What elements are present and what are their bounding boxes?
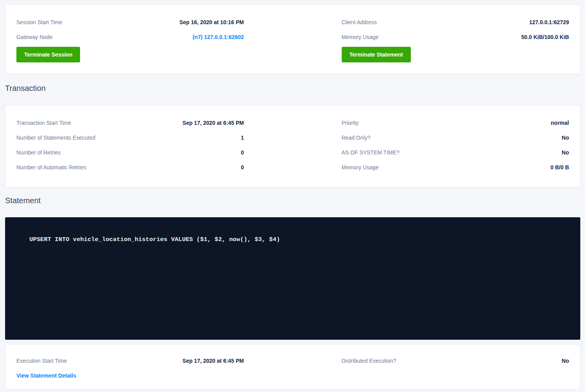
statement-section-heading: Statement — [5, 196, 580, 205]
gateway-node-label: Gateway Node — [16, 34, 53, 40]
row-statements-executed: Number of Statements Executed 1 — [16, 130, 244, 145]
row-session-start-time: Session Start Time Sep 16, 2020 at 10:16… — [16, 15, 244, 30]
session-card-left-column: Session Start Time Sep 16, 2020 at 10:16… — [16, 15, 244, 62]
row-transaction-start-time: Transaction Start Time Sep 17, 2020 at 6… — [16, 115, 244, 130]
number-of-retries-value: 0 — [241, 149, 244, 156]
number-of-retries-label: Number of Retries — [16, 149, 61, 156]
gateway-node-link[interactable]: (n7) 127.0.0.1:62602 — [193, 34, 244, 40]
as-of-system-time-value: No — [562, 149, 569, 156]
row-number-of-retries: Number of Retries 0 — [16, 145, 244, 160]
session-card-grid: Session Start Time Sep 16, 2020 at 10:16… — [5, 5, 580, 74]
execution-card-grid: Execution Start Time Sep 17, 2020 at 6:4… — [5, 345, 580, 389]
row-priority: Priority normal — [342, 115, 569, 130]
session-details-page: Session Start Time Sep 16, 2020 at 10:16… — [0, 0, 585, 392]
execution-card: Execution Start Time Sep 17, 2020 at 6:4… — [5, 344, 580, 390]
distributed-execution-label: Distributed Execution? — [342, 358, 396, 364]
transaction-section-heading: Transaction — [5, 83, 580, 93]
transaction-card-right-column: Priority normal Read Only? No AS OF SYST… — [342, 115, 569, 175]
terminate-session-button[interactable]: Terminate Session — [16, 47, 80, 62]
read-only-value: No — [562, 135, 569, 141]
statement-sql-box: UPSERT INTO vehicle_location_histories V… — [5, 217, 580, 340]
session-memory-usage-label: Memory Usage — [342, 34, 379, 40]
statement-sql-text: UPSERT INTO vehicle_location_histories V… — [29, 236, 280, 243]
session-start-time-label: Session Start Time — [16, 19, 62, 25]
transaction-memory-usage-value: 0 B/0 B — [551, 164, 569, 170]
statements-executed-label: Number of Statements Executed — [16, 135, 95, 141]
transaction-card: Transaction Start Time Sep 17, 2020 at 6… — [5, 105, 580, 187]
execution-start-time-label: Execution Start Time — [16, 358, 67, 364]
execution-start-time-value: Sep 17, 2020 at 6:45 PM — [182, 358, 244, 364]
row-read-only: Read Only? No — [342, 130, 569, 145]
transaction-memory-usage-label: Memory Usage — [342, 164, 379, 170]
row-gateway-node: Gateway Node (n7) 127.0.0.1:62602 — [16, 30, 244, 44]
session-card: Session Start Time Sep 16, 2020 at 10:16… — [5, 4, 580, 74]
row-session-memory-usage: Memory Usage 50.0 KiB/100.0 KiB — [342, 30, 569, 44]
client-address-label: Client Address — [342, 19, 377, 25]
automatic-retries-value: 0 — [241, 164, 244, 170]
transaction-card-grid: Transaction Start Time Sep 17, 2020 at 6… — [5, 105, 580, 187]
view-statement-details-link[interactable]: View Statement Details — [16, 372, 76, 379]
row-execution-start-time: Execution Start Time Sep 17, 2020 at 6:4… — [16, 353, 244, 368]
as-of-system-time-label: AS OF SYSTEM TIME? — [342, 149, 400, 156]
priority-label: Priority — [342, 120, 359, 126]
transaction-start-time-value: Sep 17, 2020 at 6:45 PM — [182, 120, 244, 126]
statements-executed-value: 1 — [241, 135, 244, 141]
row-automatic-retries: Number of Automatic Retries 0 — [16, 160, 244, 175]
terminate-statement-button[interactable]: Terminate Statement — [342, 47, 411, 62]
distributed-execution-value: No — [562, 358, 569, 364]
row-transaction-memory-usage: Memory Usage 0 B/0 B — [342, 160, 569, 175]
transaction-card-left-column: Transaction Start Time Sep 17, 2020 at 6… — [16, 115, 244, 175]
transaction-start-time-label: Transaction Start Time — [16, 120, 71, 126]
priority-value: normal — [551, 120, 569, 126]
client-address-value: 127.0.0.1:62729 — [529, 19, 569, 25]
automatic-retries-label: Number of Automatic Retries — [16, 164, 86, 170]
read-only-label: Read Only? — [342, 135, 371, 141]
session-card-right-column: Client Address 127.0.0.1:62729 Memory Us… — [342, 15, 569, 62]
row-as-of-system-time: AS OF SYSTEM TIME? No — [342, 145, 569, 160]
session-memory-usage-value: 50.0 KiB/100.0 KiB — [521, 34, 569, 40]
row-client-address: Client Address 127.0.0.1:62729 — [342, 15, 569, 30]
row-distributed-execution: Distributed Execution? No — [342, 353, 569, 368]
session-start-time-value: Sep 16, 2020 at 10:16 PM — [180, 19, 244, 25]
execution-card-right-column: Distributed Execution? No — [342, 353, 569, 383]
row-view-statement-details: View Statement Details — [16, 368, 244, 383]
execution-card-left-column: Execution Start Time Sep 17, 2020 at 6:4… — [16, 353, 244, 383]
